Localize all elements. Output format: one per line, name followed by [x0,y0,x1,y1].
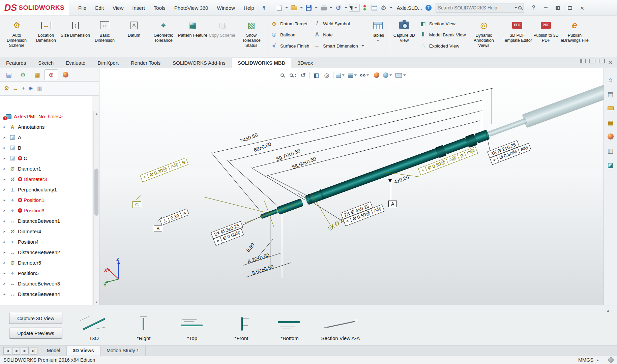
tree-row-diameter4[interactable]: ØDiameter4 [0,226,92,237]
menu-tools[interactable]: Tools [149,3,170,13]
menu-insert[interactable]: Insert [128,3,149,13]
save-caret-icon[interactable] [315,7,318,8]
expand-arrow-icon[interactable] [3,156,9,160]
datum-target-button[interactable]: ⊕Datum Target [270,20,309,27]
print-caret-icon[interactable] [330,7,332,8]
tab-solidworks-addins[interactable]: SOLIDWORKS Add-Ins [167,58,232,68]
displaymanager-tab[interactable] [59,69,72,80]
expand-arrow-icon[interactable] [3,219,9,223]
close-doc-icon[interactable] [608,59,612,66]
tree-row-diameter5[interactable]: ØDiameter5 [0,257,92,268]
expand-arrow-icon[interactable] [3,271,9,275]
expand-arrow-icon[interactable] [3,166,9,171]
help-button[interactable]: ? [529,3,539,13]
options-caret-icon[interactable] [390,7,392,8]
menu-window[interactable]: Window [212,3,239,13]
update-previews-button[interactable]: Update Previews [9,328,62,339]
tree-row-datum-b[interactable]: B [0,143,92,153]
pin-menu-icon[interactable] [262,5,267,10]
minimize-button[interactable] [541,3,551,13]
fcf-perpendicularity[interactable]: ⊥0.10A [159,209,189,225]
expand-arrow-icon[interactable] [3,250,9,254]
section-view-button[interactable]: ◧Section View [419,20,466,27]
apply-scene-icon[interactable] [383,71,393,80]
scroll-down-icon[interactable] [94,300,99,305]
command-list-button[interactable] [370,3,379,13]
status-tag-icon[interactable] [608,357,614,363]
dimension-6-50[interactable]: 6.50 [245,242,256,253]
display-columns-icon[interactable]: ▥ [36,85,42,92]
dimxpertmanager-tab[interactable]: ⊕ [45,69,58,80]
datum-target-tool-icon[interactable]: ⊕ [28,85,33,92]
expand-arrow-icon[interactable] [3,177,9,181]
menu-help[interactable]: Help [239,3,259,13]
zoom-to-area-icon[interactable] [289,71,297,80]
maximize-button[interactable] [565,3,575,13]
open-caret-icon[interactable] [300,7,303,8]
open-button[interactable] [290,3,298,13]
search-icon[interactable] [518,6,522,9]
display-style-icon[interactable] [348,71,358,80]
tree-row-position4[interactable]: ⌖Position4 [0,237,92,247]
zoom-to-fit-icon[interactable] [278,71,286,80]
tab-sketch[interactable]: Sketch [32,58,60,68]
collapse-panel-icon[interactable] [606,308,610,313]
tree-row-distancebetween3[interactable]: ↔DistanceBetween3 [0,278,92,289]
custom-properties-icon[interactable]: ▥ [606,146,615,155]
forum-icon[interactable]: ◪ [606,160,615,169]
dimension-58-50[interactable]: 58.50±0.50 [291,156,317,170]
help-bubble-icon[interactable]: ? [425,5,432,11]
expand-arrow-icon[interactable] [3,135,9,140]
exploded-view-button[interactable]: ∴Exploded View [419,42,466,49]
expand-arrow-icon[interactable] [3,125,9,129]
view-thumbnail-section-aa[interactable]: Section View A-A [314,309,368,341]
appearances-icon[interactable] [606,132,615,141]
options-button[interactable] [379,3,388,13]
expand-arrow-icon[interactable] [3,208,9,213]
graphics-viewport[interactable]: ↺ ◧ ◎ 74±0.50 [99,68,604,305]
home-icon[interactable]: ⌂ [606,75,615,84]
dimxpert-scheme-icon[interactable]: ⚙ [4,85,9,92]
capture-3d-view-button[interactable]: Capture 3D View [391,17,417,57]
view-thumbnail-iso[interactable]: ISO [72,309,116,341]
expand-arrow-icon[interactable] [3,292,9,296]
design-library-icon[interactable] [606,104,615,113]
datum-label-a[interactable]: A [388,201,397,207]
tree-row-distancebetween1[interactable]: ↔DistanceBetween1 [0,216,92,226]
pdf-template-editor-button[interactable]: PDF 3D PDF Template Editor [502,17,532,57]
undo-button[interactable] [334,3,343,13]
menu-file[interactable]: File [74,3,91,13]
pane-icon[interactable] [589,59,595,63]
datum-label-c[interactable]: C [133,201,141,208]
expand-arrow-icon[interactable] [3,146,9,150]
surface-finish-button[interactable]: √Surface Finish [270,42,309,49]
tree-row-datum-a[interactable]: A [0,132,92,143]
axle-main-shaft[interactable] [304,145,447,205]
smart-dimension-caret-icon[interactable] [361,45,364,47]
menu-edit[interactable]: Edit [91,3,108,13]
tree-row-datum-c[interactable]: C [0,153,92,163]
expand-arrow-icon[interactable] [3,261,9,265]
model-break-view-button[interactable]: ‖Model Break View [419,31,466,38]
tab-motion-study-1[interactable]: Motion Study 1 [100,346,146,356]
next-tab-icon[interactable]: ▶ [21,347,29,355]
note-button[interactable]: ANote [313,31,365,38]
geometric-tolerance-button[interactable]: ⌖ Geometric Tolerance [149,17,178,57]
section-view-icon[interactable]: ◧ [312,71,320,80]
menu-view[interactable]: View [108,3,128,13]
propertymanager-tab[interactable]: ⚙ [16,69,30,80]
tab-evaluate[interactable]: Evaluate [60,58,91,68]
first-tab-icon[interactable]: |◀ [3,347,11,355]
dimension-9-50[interactable]: 9.50±0.50 [251,264,274,276]
last-tab-icon[interactable]: ▶| [30,347,37,355]
datum-label-b[interactable]: B [154,225,162,232]
tolerance-status-icon[interactable]: ± [22,85,25,92]
tree-row-diameter1[interactable]: ØDiameter1 [0,163,92,174]
dimension-74[interactable]: 74±0.50 [239,132,259,144]
fcf-2x3[interactable]: 2X Ø 3±0.25 ⌖Ø 0.50Ⓜ [211,221,245,246]
view-orientation-icon[interactable] [336,71,346,80]
fcf-2x4[interactable]: 2X Ø 4±0.25 ⌖Ø 0.50ⓂAⓂ [341,198,385,226]
tree-root-row[interactable]: Axle<PMI_No_holes> [0,111,92,122]
tree-row-distancebetween2[interactable]: ↔DistanceBetween2 [0,247,92,257]
tab-solidworks-mbd[interactable]: SOLIDWORKS MBD [232,58,292,68]
